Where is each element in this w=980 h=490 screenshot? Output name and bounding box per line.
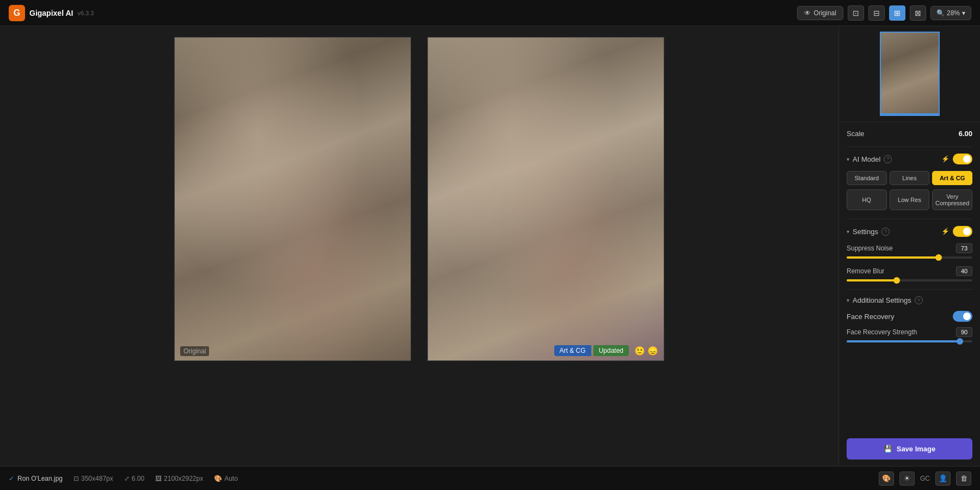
delete-button[interactable]: 🗑 — [956, 471, 971, 486]
ai-model-toggle[interactable] — [953, 154, 972, 164]
remove-blur-value[interactable]: 40 — [956, 266, 972, 276]
face-recovery-toggle[interactable] — [953, 311, 972, 322]
ai-model-title-area: ▾ AI Model ? — [847, 155, 892, 163]
scale-row: Scale 6.00 — [847, 130, 972, 138]
additional-settings-chevron-icon[interactable]: ▾ — [847, 297, 849, 303]
model-verycompressed-button[interactable]: Very Compressed — [932, 189, 972, 210]
model-hq-button[interactable]: HQ — [847, 189, 887, 210]
remove-blur-thumb[interactable] — [893, 277, 900, 284]
app-logo-icon: G — [9, 5, 25, 21]
settings-help-icon[interactable]: ? — [881, 228, 890, 236]
processed-photo — [428, 38, 664, 360]
zoom-control[interactable]: 🔍 28% ▾ — [930, 6, 971, 20]
remove-blur-section: Remove Blur 40 — [847, 266, 972, 281]
additional-settings-title-area: ▾ Additional Settings ? — [847, 296, 923, 304]
settings-chevron-icon[interactable]: ▾ — [847, 229, 849, 235]
processed-image-panel: Art & CG Updated 🙂 😞 — [427, 37, 664, 361]
status-badge: Art & CG Updated 🙂 😞 — [554, 345, 658, 356]
scale-icon: ⤢ — [124, 475, 130, 482]
bottom-actions: 🎨 ☀ GC 👤 🗑 — [879, 471, 971, 486]
save-image-button[interactable]: 💾 Save Image — [847, 438, 972, 460]
settings-section-header: ▾ Settings ? ⚡ — [847, 226, 972, 237]
ai-model-help-icon[interactable]: ? — [884, 155, 892, 163]
right-panel: Scale 6.00 ▾ AI Model ? ⚡ Standard Li — [838, 26, 980, 466]
additional-settings-section-header: ▾ Additional Settings ? — [847, 296, 972, 304]
remove-blur-track[interactable] — [847, 279, 972, 281]
app-version: v6.3.3 — [77, 10, 94, 16]
view-grid-button[interactable]: ⊠ — [910, 5, 926, 21]
suppress-noise-label: Suppress Noise — [847, 244, 893, 252]
suppress-noise-track[interactable] — [847, 256, 972, 259]
thumbnail-image — [880, 32, 940, 116]
settings-title: Settings — [853, 228, 878, 236]
suppress-noise-fill — [847, 256, 939, 259]
scale-value-bottom: 6.00 — [132, 475, 144, 482]
face-recovery-strength-thumb[interactable] — [957, 338, 963, 345]
topbar-controls: 👁 Original ⊡ ⊟ ⊞ ⊠ 🔍 28% ▾ — [797, 5, 971, 21]
suppress-noise-section: Suppress Noise 73 — [847, 243, 972, 259]
face-recovery-row: Face Recovery — [847, 311, 972, 322]
original-size-info: ⊡ 350x487px — [74, 475, 113, 482]
resize-icon: ⊡ — [74, 475, 79, 482]
view-split-button[interactable]: ⊟ — [868, 5, 885, 21]
output-size-info: 🖼 2100x2922px — [155, 475, 203, 482]
processed-image: Art & CG Updated 🙂 😞 — [427, 37, 664, 361]
face-recovery-strength-fill — [847, 340, 960, 342]
suppress-noise-thumb[interactable] — [935, 254, 942, 261]
auto-icon: 🎨 — [214, 475, 222, 482]
ai-model-section-header: ▾ AI Model ? ⚡ — [847, 154, 972, 164]
model-lowres-button[interactable]: Low Res — [890, 189, 930, 210]
additional-settings-help-icon[interactable]: ? — [915, 296, 923, 304]
face-recovery-strength-value[interactable]: 90 — [956, 327, 972, 337]
topbar: G Gigapixel AI v6.3.3 👁 Original ⊡ ⊟ ⊞ ⊠… — [0, 0, 980, 26]
lightning-icon: ⚡ — [941, 155, 950, 163]
ai-model-title: AI Model — [853, 155, 880, 163]
model-buttons-row1: Standard Lines Art & CG — [847, 171, 972, 185]
badge-updated: Updated — [593, 345, 629, 356]
thumbnail-area — [839, 26, 980, 122]
original-button[interactable]: 👁 Original — [797, 6, 843, 20]
thumbnail-bar — [881, 113, 939, 115]
view-single-button[interactable]: ⊡ — [848, 5, 864, 21]
smiley-negative-icon[interactable]: 😞 — [647, 346, 658, 356]
remove-blur-fill — [847, 279, 897, 281]
face-recovery-strength-track[interactable] — [847, 340, 972, 342]
app-title: Gigapixel AI — [29, 9, 73, 17]
original-image: Original — [174, 37, 411, 361]
settings-toggle[interactable] — [953, 226, 972, 237]
suppress-noise-value[interactable]: 73 — [956, 243, 972, 253]
brightness-button[interactable]: ☀ — [899, 471, 915, 486]
scale-info: ⤢ 6.00 — [124, 475, 144, 482]
mode-label: Auto — [224, 475, 238, 482]
mode-info: 🎨 Auto — [214, 475, 238, 482]
gc-label: GC — [920, 475, 930, 482]
check-icon: ✓ — [9, 475, 14, 482]
zoom-icon: 🔍 — [936, 9, 945, 17]
save-icon: 💾 — [884, 445, 892, 453]
settings-section-right: ⚡ — [941, 226, 972, 237]
model-lines-button[interactable]: Lines — [890, 171, 930, 185]
remove-blur-header: Remove Blur 40 — [847, 266, 972, 276]
person-button[interactable]: 👤 — [935, 471, 951, 486]
face-recovery-strength-section: Face Recovery Strength 90 — [847, 327, 972, 342]
model-standard-button[interactable]: Standard — [847, 171, 887, 185]
face-recovery-strength-label: Face Recovery Strength — [847, 328, 917, 336]
palette-button[interactable]: 🎨 — [879, 471, 894, 486]
additional-settings-title: Additional Settings — [853, 296, 911, 304]
main-content: Original Art & CG Updated 🙂 😞 — [0, 26, 980, 466]
badge-model: Art & CG — [554, 345, 591, 356]
smiley-positive-icon[interactable]: 🙂 — [634, 346, 645, 356]
view-sidebyside-button[interactable]: ⊞ — [889, 5, 905, 21]
logo-area: G Gigapixel AI v6.3.3 — [9, 5, 94, 21]
suppress-noise-header: Suppress Noise 73 — [847, 243, 972, 253]
file-name-area: ✓ Ron O'Lean.jpg — [9, 475, 63, 482]
face-recovery-strength-header: Face Recovery Strength 90 — [847, 327, 972, 337]
settings-title-area: ▾ Settings ? — [847, 228, 890, 236]
ai-model-section-right: ⚡ — [941, 154, 972, 164]
model-artcg-button[interactable]: Art & CG — [932, 171, 972, 185]
settings-lightning-icon: ⚡ — [941, 228, 950, 235]
original-size: 350x487px — [81, 475, 113, 482]
scale-label: Scale — [847, 130, 865, 138]
ai-model-chevron-icon[interactable]: ▾ — [847, 156, 849, 162]
eye-icon: 👁 — [804, 9, 811, 17]
